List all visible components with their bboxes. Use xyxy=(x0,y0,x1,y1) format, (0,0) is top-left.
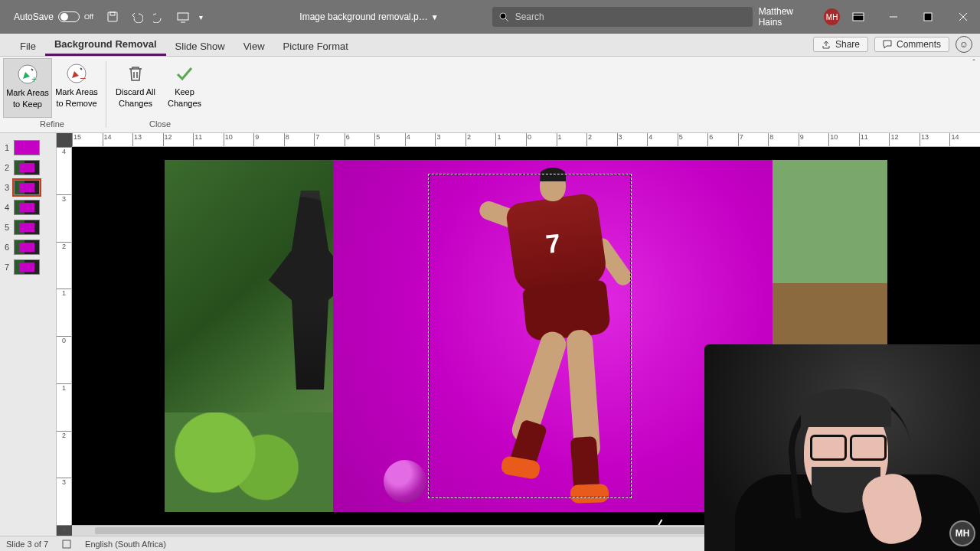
comments-button[interactable]: Comments xyxy=(874,37,949,52)
svg-rect-1 xyxy=(110,12,115,15)
ribbon-separator xyxy=(106,61,106,128)
mark-cursor-icon xyxy=(654,519,665,525)
trash-icon xyxy=(123,61,148,86)
webcam-logo: MH xyxy=(949,520,975,546)
search-input[interactable]: Search xyxy=(492,7,753,27)
autosave-label: AutoSave xyxy=(14,11,54,22)
svg-rect-2 xyxy=(178,13,188,20)
mark-remove-l1: Mark Areas xyxy=(55,87,98,97)
tab-picture-format[interactable]: Picture Format xyxy=(274,36,358,56)
jersey-number: 7 xyxy=(544,228,562,259)
svg-rect-10 xyxy=(63,540,70,548)
autosave-switch-icon[interactable] xyxy=(58,11,80,22)
keep-l2: Changes xyxy=(168,99,201,109)
ribbon-mode-button[interactable] xyxy=(841,0,875,34)
document-title[interactable]: Image background removal.p… ▼ xyxy=(299,11,438,22)
autosave-toggle[interactable]: AutoSave Off xyxy=(0,11,101,22)
mark-keep-l2: to Keep xyxy=(13,99,42,109)
discard-l2: Changes xyxy=(119,99,152,109)
group-label-close: Close xyxy=(111,118,209,130)
soccer-ball xyxy=(384,460,426,503)
mark-remove-l2: to Remove xyxy=(56,99,96,109)
svg-text:−: − xyxy=(80,72,86,84)
redo-button[interactable] xyxy=(148,0,172,34)
language-button[interactable]: English (South Africa) xyxy=(85,540,166,549)
undo-button[interactable] xyxy=(124,0,148,34)
title-bar: AutoSave Off ▾ Image background removal.… xyxy=(0,0,980,34)
window-maximize-button[interactable] xyxy=(912,0,946,34)
keep-l1: Keep xyxy=(175,87,194,97)
svg-text:+: + xyxy=(31,74,37,85)
ribbon-group-close: Discard All Changes Keep Changes Close xyxy=(108,57,212,132)
present-button[interactable] xyxy=(172,0,195,34)
keep-changes-button[interactable]: Keep Changes xyxy=(160,58,209,118)
svg-rect-4 xyxy=(853,13,864,21)
search-placeholder: Search xyxy=(515,11,544,22)
share-label: Share xyxy=(835,39,860,50)
thumbnail-slide-2[interactable]: 2 xyxy=(0,158,56,178)
check-icon xyxy=(172,61,197,86)
feedback-button[interactable]: ☺ xyxy=(956,36,972,53)
webcam-overlay: MH xyxy=(704,344,980,551)
thumbnail-slide-4[interactable]: 4 xyxy=(0,197,56,217)
tab-view[interactable]: View xyxy=(234,36,274,56)
thumbnail-slide-5[interactable]: 5 xyxy=(0,217,56,237)
thumbnail-slide-3[interactable]: 3 xyxy=(0,178,56,197)
comments-label: Comments xyxy=(897,39,941,50)
mark-keep-l1: Mark Areas xyxy=(6,88,49,98)
collapse-ribbon-button[interactable]: ˆ xyxy=(972,58,975,67)
thumbnail-slide-6[interactable]: 6 xyxy=(0,237,56,257)
group-label-refine: Refine xyxy=(3,118,101,130)
ribbon-tabs: File Background Removal Slide Show View … xyxy=(0,34,980,57)
document-title-text: Image background removal.p… xyxy=(299,11,427,22)
user-name[interactable]: Matthew Hains xyxy=(753,6,822,28)
svg-point-3 xyxy=(500,13,506,19)
user-avatar[interactable]: MH xyxy=(824,8,840,25)
ribbon-group-refine: + Mark Areas to Keep − Mark Areas to Rem… xyxy=(0,57,104,132)
mark-areas-to-remove-button[interactable]: − Mark Areas to Remove xyxy=(52,58,101,118)
thumbnail-slide-7[interactable]: 7 xyxy=(0,257,56,277)
chevron-down-icon: ▼ xyxy=(431,13,439,21)
qat-more-button[interactable]: ▾ xyxy=(194,0,207,34)
tab-file[interactable]: File xyxy=(11,36,45,56)
accessibility-button[interactable] xyxy=(59,540,74,549)
save-button[interactable] xyxy=(101,0,125,34)
window-close-button[interactable] xyxy=(946,0,980,34)
tab-background-removal[interactable]: Background Removal xyxy=(45,34,166,56)
ribbon: + Mark Areas to Keep − Mark Areas to Rem… xyxy=(0,57,980,133)
slide-counter[interactable]: Slide 3 of 7 xyxy=(6,540,48,549)
discard-all-changes-button[interactable]: Discard All Changes xyxy=(111,58,160,118)
vertical-ruler: 432101234 xyxy=(57,147,72,525)
mark-areas-to-keep-button[interactable]: + Mark Areas to Keep xyxy=(3,58,52,118)
svg-rect-5 xyxy=(924,13,932,21)
search-icon xyxy=(498,11,509,22)
tab-slide-show[interactable]: Slide Show xyxy=(166,36,234,56)
autosave-state: Off xyxy=(84,13,93,21)
share-icon xyxy=(822,40,831,49)
comment-icon xyxy=(883,40,892,49)
share-button[interactable]: Share xyxy=(813,37,868,52)
slide-thumbnails-panel[interactable]: 1234567 xyxy=(0,133,57,536)
window-minimize-button[interactable] xyxy=(877,0,910,34)
foreground-player[interactable]: 7 xyxy=(456,169,655,506)
background-garden-left xyxy=(165,160,333,512)
pencil-minus-icon: − xyxy=(64,61,89,86)
horizontal-ruler: 1514131211109876543210123456789101112131… xyxy=(72,133,980,147)
discard-l1: Discard All xyxy=(116,87,155,97)
svg-rect-0 xyxy=(108,12,117,21)
thumbnail-slide-1[interactable]: 1 xyxy=(0,138,56,158)
pencil-plus-icon: + xyxy=(15,62,40,86)
